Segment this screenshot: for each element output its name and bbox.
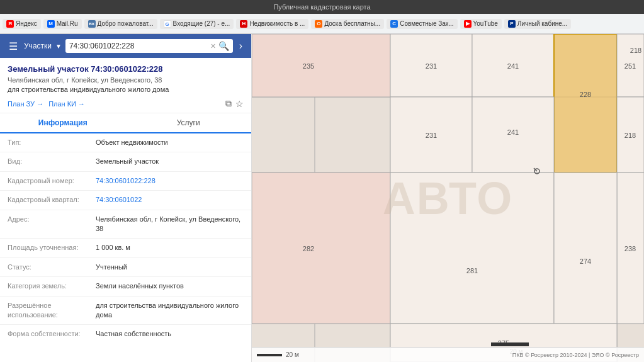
svg-text:241: 241 bbox=[507, 62, 519, 70]
bookmark-lk[interactable]: Р Личный кабине... bbox=[504, 19, 571, 29]
info-row-address: Адрес: Челябинская обл, г Копейск, ул Вв… bbox=[0, 210, 251, 239]
bookmark-vk-label: Добро пожаловат... bbox=[98, 20, 154, 27]
info-value-address: Челябинская обл, г Копейск, ул Введенско… bbox=[96, 215, 244, 234]
bookmarks-toolbar: Я Яндекс M Mail.Ru вк Добро пожаловат...… bbox=[0, 14, 644, 34]
info-row-ownership: Форма собственности: Частная собственнос… bbox=[0, 325, 251, 343]
map-area[interactable]: АВТО 235 231 241 bbox=[252, 34, 644, 362]
left-panel: ☰ Участки ▼ × 🔍 › Земельный участок 74:3… bbox=[0, 34, 252, 362]
svg-text:282: 282 bbox=[303, 245, 314, 252]
tab-services[interactable]: Услуги bbox=[126, 113, 252, 132]
svg-rect-30 bbox=[252, 173, 390, 324]
menu-button[interactable]: ☰ bbox=[6, 40, 20, 52]
svg-text:218: 218 bbox=[624, 132, 636, 139]
info-label-address: Адрес: bbox=[8, 215, 96, 234]
bookmark-nedv-label: Недвижимость в ... bbox=[249, 20, 305, 27]
sovmest-favicon: С bbox=[390, 20, 398, 28]
search-input-wrap: × 🔍 bbox=[65, 39, 233, 53]
doska-favicon: О bbox=[315, 20, 322, 28]
search-label: Участки bbox=[24, 42, 52, 50]
plan-links: План ЗУ → План КИ → ⧉ ☆ bbox=[8, 98, 244, 109]
svg-text:281: 281 bbox=[466, 267, 478, 274]
browser-title-bar: Публичная кадастровая карта bbox=[0, 0, 644, 14]
info-value-category: Земли населённых пунктов bbox=[96, 281, 244, 291]
bookmark-doska[interactable]: О Доска бесплатны... bbox=[311, 19, 384, 29]
svg-rect-10 bbox=[252, 34, 390, 97]
info-row-cadastral-block: Кадастровый квартал: 74:30:0601022 bbox=[0, 191, 251, 210]
search-input[interactable] bbox=[69, 42, 208, 50]
property-title: Земельный участок 74:30:0601022:228 bbox=[8, 64, 244, 74]
info-label-ownership: Форма собственности: bbox=[8, 329, 96, 339]
bookmark-sovmest-label: Совместные Зак... bbox=[400, 20, 453, 27]
tabs: Информация Услуги bbox=[0, 113, 251, 133]
info-value-cadastral-block[interactable]: 74:30:0601022 bbox=[96, 195, 244, 205]
star-icon-button[interactable]: ☆ bbox=[235, 98, 244, 109]
bookmark-yandex-label: Яндекс bbox=[16, 20, 37, 27]
copy-icon-button[interactable]: ⧉ bbox=[225, 98, 232, 109]
info-row-area: Площадь уточненная: 1 000 кв. м bbox=[0, 239, 251, 257]
info-row-type: Тип: Объект недвижимости bbox=[0, 133, 251, 152]
svg-text:238: 238 bbox=[624, 245, 636, 252]
tab-information[interactable]: Информация bbox=[0, 113, 126, 133]
info-value-type: Объект недвижимости bbox=[96, 138, 244, 147]
info-label-cadastral-number: Кадастровый номер: bbox=[8, 176, 96, 186]
map-svg: 235 231 241 228 251 218 231 241 bbox=[252, 34, 644, 362]
info-label-status: Статус: bbox=[8, 263, 96, 272]
svg-rect-16 bbox=[554, 34, 617, 173]
svg-rect-32 bbox=[390, 173, 554, 324]
bookmark-yandex[interactable]: Я Яндекс bbox=[3, 19, 41, 29]
info-value-permitted-use: для строительства индивидуального жилого… bbox=[96, 301, 244, 320]
lk-favicon: Р bbox=[508, 20, 516, 28]
svg-text:231: 231 bbox=[426, 132, 437, 139]
vk-favicon: вк bbox=[88, 20, 96, 28]
plan-zu-link[interactable]: План ЗУ → bbox=[8, 100, 43, 108]
bookmark-lk-label: Личный кабине... bbox=[517, 20, 567, 27]
bookmark-sovmest[interactable]: С Совместные Зак... bbox=[387, 19, 457, 29]
main-content: ☰ Участки ▼ × 🔍 › Земельный участок 74:3… bbox=[0, 34, 644, 362]
property-purpose: для строительства индивидуального жилого… bbox=[8, 86, 244, 93]
info-row-permitted-use: Разрешённое использование: для строитель… bbox=[0, 297, 251, 325]
svg-text:274: 274 bbox=[580, 257, 591, 265]
info-row-category: Категория земель: Земли населённых пункт… bbox=[0, 277, 251, 296]
bookmark-nedv[interactable]: Н Недвижимость в ... bbox=[236, 19, 308, 29]
property-header: Земельный участок 74:30:0601022:228 Челя… bbox=[0, 58, 251, 113]
svg-text:235: 235 bbox=[303, 62, 314, 70]
youtube-favicon: ▶ bbox=[464, 20, 472, 28]
svg-text:231: 231 bbox=[426, 62, 437, 70]
bookmark-mail[interactable]: M Mail.Ru bbox=[43, 19, 82, 29]
info-row-cadastral-number: Кадастровый номер: 74:30:0601022:228 bbox=[0, 172, 251, 191]
bookmark-doska-label: Доска бесплатны... bbox=[324, 20, 380, 27]
map-copyright: ПКВ © Росреестр 2010-2024 | ЭЯО © Росрее… bbox=[512, 352, 639, 358]
info-label-type: Тип: bbox=[8, 138, 96, 147]
info-label-cadastral-block: Кадастровый квартал: bbox=[8, 195, 96, 205]
search-dropdown-button[interactable]: ▼ bbox=[55, 43, 62, 50]
search-bar: ☰ Участки ▼ × 🔍 › bbox=[0, 34, 251, 58]
svg-text:251: 251 bbox=[624, 62, 636, 70]
bookmark-youtube[interactable]: ▶ YouTube bbox=[460, 19, 502, 29]
bookmark-gmail-label: Входящие (27) - е... bbox=[173, 20, 230, 27]
scale-label: 20 м bbox=[286, 351, 299, 358]
gmail-favicon: G bbox=[164, 20, 171, 28]
svg-text:228: 228 bbox=[580, 91, 591, 98]
plan-ki-link[interactable]: План КИ → bbox=[48, 100, 85, 108]
info-value-status: Учтенный bbox=[96, 263, 244, 272]
info-row-status: Статус: Учтенный bbox=[0, 258, 251, 277]
page-title: Публичная кадастровая карта bbox=[5, 3, 639, 11]
mail-favicon: M bbox=[47, 20, 55, 28]
svg-rect-40 bbox=[491, 342, 529, 346]
bookmark-gmail[interactable]: G Входящие (27) - е... bbox=[160, 19, 234, 29]
svg-text:218: 218 bbox=[630, 47, 641, 54]
info-row-vid: Вид: Земельный участок bbox=[0, 152, 251, 171]
yandex-favicon: Я bbox=[6, 20, 14, 28]
nav-right-button[interactable]: › bbox=[237, 40, 245, 52]
info-value-vid: Земельный участок bbox=[96, 157, 244, 166]
property-address: Челябинская обл, г Копейск, ул Введенско… bbox=[8, 76, 244, 84]
search-clear-button[interactable]: × bbox=[210, 41, 215, 51]
search-submit-button[interactable]: 🔍 bbox=[218, 41, 229, 51]
header-icons: ⧉ ☆ bbox=[225, 98, 244, 109]
bookmark-youtube-label: YouTube bbox=[473, 20, 498, 27]
scale-bar: 20 м bbox=[257, 351, 299, 358]
map-bottom-bar: 20 м ПКВ © Росреестр 2010-2024 | ЭЯО © Р… bbox=[252, 347, 644, 362]
info-value-cadastral-number[interactable]: 74:30:0601022:228 bbox=[96, 176, 244, 186]
info-label-category: Категория земель: bbox=[8, 281, 96, 291]
bookmark-vk[interactable]: вк Добро пожаловат... bbox=[84, 19, 157, 29]
